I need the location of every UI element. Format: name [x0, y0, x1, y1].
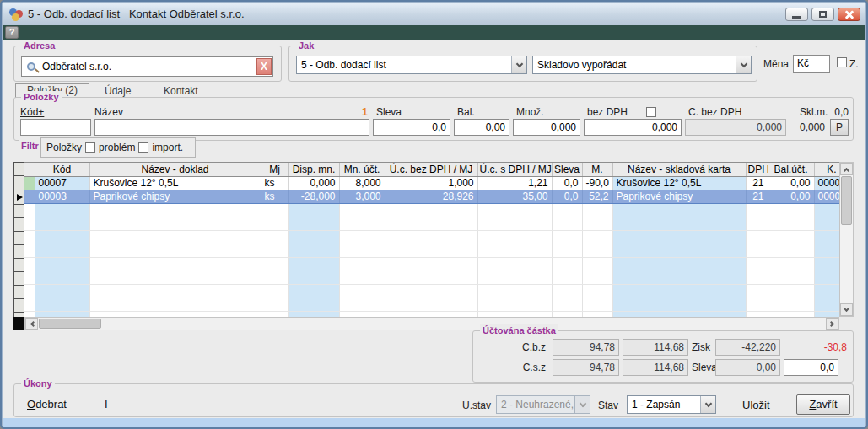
vertical-scrollbar[interactable]: [839, 162, 854, 317]
table-cell[interactable]: Krušovice 12° 0,5L: [89, 176, 261, 190]
package-input[interactable]: 0,00: [454, 119, 509, 136]
column-header[interactable]: M.: [582, 163, 612, 176]
table-cell[interactable]: 3,000: [339, 190, 385, 203]
close-window-button[interactable]: Zavřít: [796, 394, 850, 415]
tab-udaje[interactable]: Údaje: [105, 85, 131, 97]
empty-table-row[interactable]: [24, 311, 839, 317]
table-cell[interactable]: 0,0: [552, 176, 582, 190]
doc-type-dropdown-button[interactable]: [511, 56, 526, 73]
z-checkbox[interactable]: [837, 57, 847, 67]
scroll-right-button[interactable]: [826, 318, 838, 330]
table-cell[interactable]: -90,0: [582, 176, 612, 190]
doc-state-dropdown-button[interactable]: [700, 396, 715, 413]
table-cell[interactable]: Paprikové chipsy: [89, 190, 261, 203]
table-cell[interactable]: 0000: [814, 190, 839, 203]
table-cell[interactable]: 0000: [814, 176, 839, 190]
vertical-scroll-thumb[interactable]: [841, 176, 852, 225]
discount-input[interactable]: 0,0: [373, 119, 450, 136]
code-column-label[interactable]: Kód+: [20, 106, 44, 118]
without-vat-input[interactable]: 0,000: [584, 119, 682, 136]
horizontal-scroll-thumb[interactable]: [39, 319, 101, 329]
table-cell[interactable]: 52,2: [582, 190, 612, 203]
column-header[interactable]: Ú.c. s DPH / MJ: [477, 163, 552, 176]
column-header[interactable]: Název - skladová karta: [612, 163, 746, 176]
empty-table-row[interactable]: [24, 217, 839, 230]
table-cell[interactable]: 0,00: [768, 190, 814, 203]
column-header[interactable]: DPH: [746, 163, 768, 176]
table-cell[interactable]: 35,00: [477, 190, 552, 203]
problem-checkbox[interactable]: [85, 142, 95, 153]
address-value[interactable]: Odběratel s.r.o.: [42, 61, 256, 72]
minimize-button[interactable]: [785, 8, 808, 21]
row-selector[interactable]: [13, 218, 24, 232]
table-cell[interactable]: [24, 176, 35, 190]
table-cell[interactable]: Krušovice 12° 0,5L: [612, 176, 746, 190]
maximize-button[interactable]: [811, 8, 834, 21]
remove-button[interactable]: Odebrat: [27, 398, 67, 410]
discount-percent-input[interactable]: 0,0: [784, 359, 838, 376]
horizontal-scrollbar[interactable]: [24, 317, 839, 330]
empty-table-row[interactable]: [24, 257, 839, 271]
table-cell[interactable]: Paprikové chipsy: [612, 190, 746, 203]
currency-field[interactable]: Kč: [793, 55, 830, 73]
row-selector[interactable]: [13, 286, 24, 299]
table-cell[interactable]: 8,000: [339, 176, 385, 190]
scroll-up-button[interactable]: [840, 163, 853, 175]
warehouse-mode-dropdown-button[interactable]: [736, 56, 751, 73]
name-input[interactable]: [94, 119, 369, 136]
column-header[interactable]: Disp. mn.: [288, 163, 339, 176]
empty-table-row[interactable]: [24, 271, 839, 284]
empty-table-row[interactable]: [24, 203, 839, 217]
title-bar[interactable]: 5 - Odb. dodací list Kontakt Odběratel s…: [3, 3, 865, 25]
column-header[interactable]: K. Ba: [814, 163, 839, 176]
clear-address-button[interactable]: X: [256, 58, 272, 75]
row-selector[interactable]: [13, 245, 24, 259]
row-selector[interactable]: [13, 272, 24, 286]
tab-kontakt[interactable]: Kontakt: [164, 85, 198, 97]
table-cell[interactable]: 00003: [35, 190, 89, 203]
row-selector[interactable]: [13, 205, 24, 218]
row-selector[interactable]: [13, 259, 24, 272]
column-header[interactable]: Ú.c. bez DPH / MJ: [385, 163, 477, 176]
row-selector[interactable]: [13, 190, 24, 205]
table-cell[interactable]: 21: [746, 176, 768, 190]
address-input[interactable]: Odběratel s.r.o. X: [21, 56, 273, 77]
column-header[interactable]: Bal.účt.: [768, 163, 814, 176]
column-header[interactable]: [24, 163, 35, 176]
row-selector[interactable]: [13, 176, 24, 190]
search-icon[interactable]: [27, 62, 35, 71]
warehouse-mode-select[interactable]: Skladovo vypořádat: [532, 56, 752, 74]
doc-state-select[interactable]: 1 - Zapsán: [627, 395, 716, 414]
table-cell[interactable]: 1,21: [477, 176, 552, 190]
table-cell[interactable]: 28,926: [385, 190, 477, 203]
quantity-input[interactable]: 0,000: [513, 119, 580, 136]
row-selector[interactable]: [13, 232, 24, 245]
row-selector[interactable]: [13, 299, 24, 313]
table-cell[interactable]: 0,0: [552, 190, 582, 203]
save-button[interactable]: Uložit: [742, 399, 770, 411]
table-cell[interactable]: 00007: [35, 176, 89, 190]
table-cell[interactable]: 21: [746, 190, 768, 203]
table-cell[interactable]: ks: [261, 176, 288, 190]
column-header[interactable]: Sleva: [552, 163, 582, 176]
table-cell[interactable]: ks: [261, 190, 288, 203]
empty-table-row[interactable]: [24, 230, 839, 244]
table-cell[interactable]: -28,000: [288, 190, 339, 203]
column-header[interactable]: Název - doklad: [89, 163, 261, 176]
p-button[interactable]: P: [830, 119, 849, 136]
column-header[interactable]: Mn. účt.: [339, 163, 385, 176]
empty-table-row[interactable]: [24, 244, 839, 257]
table-cell[interactable]: 0,00: [768, 176, 814, 190]
scroll-down-button[interactable]: [840, 303, 853, 316]
import-checkbox[interactable]: [138, 142, 148, 153]
scroll-left-button[interactable]: [25, 318, 38, 330]
table-row[interactable]: 00007Krušovice 12° 0,5Lks0,0008,0001,000…: [24, 176, 839, 190]
table-cell[interactable]: 1,000: [385, 176, 477, 190]
vat-checkbox[interactable]: [646, 107, 656, 117]
table-row[interactable]: 00003Paprikové chipsyks-28,0003,00028,92…: [24, 190, 839, 203]
column-header[interactable]: Mj: [261, 163, 288, 176]
column-header[interactable]: Kód: [35, 163, 89, 176]
empty-table-row[interactable]: [24, 284, 839, 298]
table-cell[interactable]: 0,000: [288, 176, 339, 190]
doc-type-select[interactable]: 5 - Odb. dodací list: [296, 56, 527, 74]
